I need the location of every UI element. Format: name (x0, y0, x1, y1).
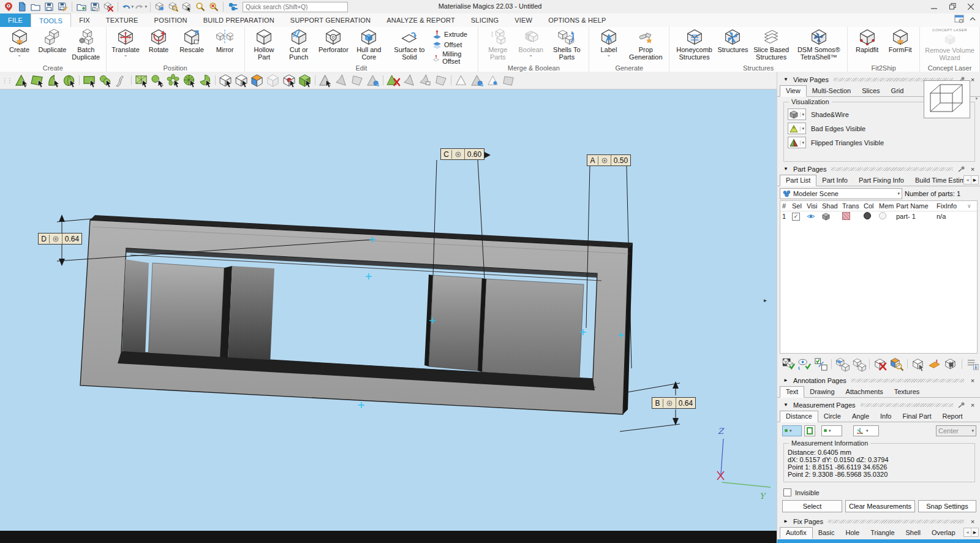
part-table-row[interactable]: 1 ✓ part- 1 n/a (780, 211, 977, 221)
load-part-icon[interactable] (29, 1, 42, 12)
shade-mode-dropdown[interactable]: ▾ (788, 108, 806, 120)
menu-fix[interactable]: FIX (71, 13, 98, 27)
menu-slicing[interactable]: SLICING (463, 13, 507, 27)
toggle-selection-icon[interactable] (813, 357, 828, 371)
tab-scroll-left-icon[interactable]: ◄ (964, 176, 971, 184)
select-front-cube-icon[interactable] (233, 72, 249, 88)
outline-triangle-icon[interactable] (453, 72, 469, 88)
memory-icon[interactable] (879, 212, 896, 221)
view-cube-preview[interactable] (924, 80, 970, 118)
pin-icon[interactable] (958, 165, 965, 172)
duplicate-parts-icon[interactable] (851, 357, 866, 371)
close-panel-icon[interactable]: × (969, 165, 976, 173)
magics-home-icon[interactable] (2, 1, 15, 12)
select-through-cube-icon[interactable] (217, 72, 233, 88)
hollow-part-button[interactable]: Hollow Part (248, 28, 281, 61)
gray-surface-icon[interactable] (401, 72, 417, 88)
remove-part-icon[interactable] (102, 1, 115, 12)
undo-icon[interactable]: ▾ (121, 1, 134, 12)
rotate-button[interactable]: Rotate (143, 28, 175, 54)
transparency-icon[interactable] (842, 212, 864, 221)
tab-overlap[interactable]: Overlap (926, 528, 961, 538)
mark-pie-icon[interactable] (197, 72, 213, 88)
tab-scroll-right-icon[interactable]: ▶ (971, 176, 978, 184)
mark-triangle-icon[interactable] (13, 72, 29, 88)
tab-triangle[interactable]: Triangle (865, 528, 900, 538)
rapidfit-button[interactable]: Rapidfit (851, 28, 883, 54)
remove-volume-wizard-button[interactable]: CONCEPT LASER Remove Volume Wizard (923, 28, 976, 62)
dsm-somos-tetrashell-button[interactable]: DSM Somos® TetraShell™ (793, 28, 844, 61)
delete-part-icon[interactable] (873, 357, 888, 371)
gray-plane-icon[interactable] (433, 72, 449, 88)
triangle-blue-dot-icon[interactable] (485, 72, 501, 88)
tab-slices[interactable]: Slices (856, 86, 885, 96)
slice-based-structures-button[interactable]: Slice Based Structures (750, 28, 793, 61)
collapse-panel-icon[interactable]: ▼ (783, 77, 790, 82)
window-mark-icon[interactable] (134, 72, 149, 88)
brush-mark-icon[interactable] (149, 72, 165, 88)
ghost-cube-icon[interactable] (265, 72, 281, 88)
offset-button[interactable]: Offset (432, 40, 473, 49)
tab-text[interactable]: Text (780, 386, 804, 398)
dimension-label-c[interactable]: C 0.60 (440, 148, 484, 160)
collapse-panel-icon[interactable]: ▼ (783, 166, 790, 172)
menu-texture[interactable]: TEXTURE (98, 13, 146, 27)
tab-scroll-left-icon[interactable]: ◄ (964, 528, 971, 536)
mirror-button[interactable]: Mirror (209, 28, 241, 54)
dimension-label-b[interactable]: B 0.64 (652, 397, 696, 409)
scene-selector-dropdown[interactable]: Modeler Scene ▾ (780, 188, 902, 199)
rectangle-mark-icon[interactable] (81, 72, 97, 88)
color-icon[interactable] (864, 212, 879, 221)
collapse-panel-icon[interactable]: ► (783, 378, 790, 383)
merge-parts-button[interactable]: Merge Parts (481, 28, 514, 61)
duplicate-button[interactable]: Duplicate (36, 28, 69, 54)
tab-info[interactable]: Info (875, 411, 897, 422)
perforator-button[interactable]: Perforator (317, 28, 350, 54)
milling-offset-button[interactable]: Milling Offset (432, 50, 473, 65)
tab-drawing[interactable]: Drawing (804, 387, 840, 397)
menu-tools[interactable]: TOOLS (31, 13, 71, 27)
deselect-plane-icon[interactable] (349, 72, 365, 88)
gray-quad-icon[interactable] (501, 72, 517, 88)
select-button[interactable]: Select (782, 500, 842, 512)
blue-marked-triangles-icon[interactable] (469, 72, 485, 88)
column-options-icon[interactable]: ∨ (967, 203, 974, 209)
axis-snap-dropdown[interactable]: ▾ (853, 425, 879, 436)
viewport-3d[interactable]: Z Y C 0.60 A 0.50 D 0.64 B (0, 89, 777, 531)
zoom-part-icon[interactable] (154, 1, 166, 12)
bad-edges-dropdown[interactable]: ▾ (788, 123, 806, 134)
visible-eye-icon[interactable] (807, 213, 822, 219)
snap-settings-button[interactable]: Snap Settings (918, 500, 976, 512)
tab-report[interactable]: Report (937, 411, 968, 422)
clear-measurements-button[interactable]: Clear Measurements (845, 500, 915, 512)
mark-shell-icon[interactable] (61, 72, 77, 88)
zoom-in-icon[interactable] (194, 1, 206, 12)
restore-button[interactable] (943, 0, 962, 13)
collapse-ribbon-icon[interactable] (969, 17, 976, 21)
ellipse-mark-icon[interactable] (97, 72, 113, 88)
menu-options-help[interactable]: OPTIONS & HELP (540, 13, 614, 27)
quick-search-input[interactable] (243, 2, 348, 12)
surface-to-solid-button[interactable]: Surface to Solid (388, 28, 431, 61)
tab-basic[interactable]: Basic (813, 528, 840, 538)
mark-plane-blue-icon[interactable] (365, 72, 381, 88)
tab-autofix[interactable]: Autofix (780, 527, 813, 539)
quick-settings-icon[interactable] (227, 1, 239, 12)
merge-parts-icon[interactable] (835, 357, 850, 371)
tab-hole[interactable]: Hole (840, 528, 865, 538)
zoom-to-part-icon[interactable] (889, 357, 904, 371)
pin-icon[interactable] (958, 401, 965, 408)
flipped-triangles-dropdown[interactable]: ▾ (788, 137, 806, 148)
second-point-dropdown[interactable]: ▾ (821, 425, 842, 436)
gray-hand-icon[interactable] (417, 72, 433, 88)
tab-grid[interactable]: Grid (886, 86, 910, 96)
tab-angle[interactable]: Angle (846, 411, 875, 422)
select-checkbox[interactable]: ✓ (792, 213, 800, 221)
new-scene-icon[interactable] (16, 1, 28, 12)
rescale-button[interactable]: Rescale (176, 28, 208, 54)
tab-shell[interactable]: Shell (900, 528, 926, 538)
close-panel-icon[interactable]: × (969, 401, 976, 409)
save-as-icon[interactable] (56, 1, 69, 12)
tab-textures[interactable]: Textures (889, 387, 925, 397)
translate-button[interactable]: Translate⌄ (110, 28, 142, 58)
